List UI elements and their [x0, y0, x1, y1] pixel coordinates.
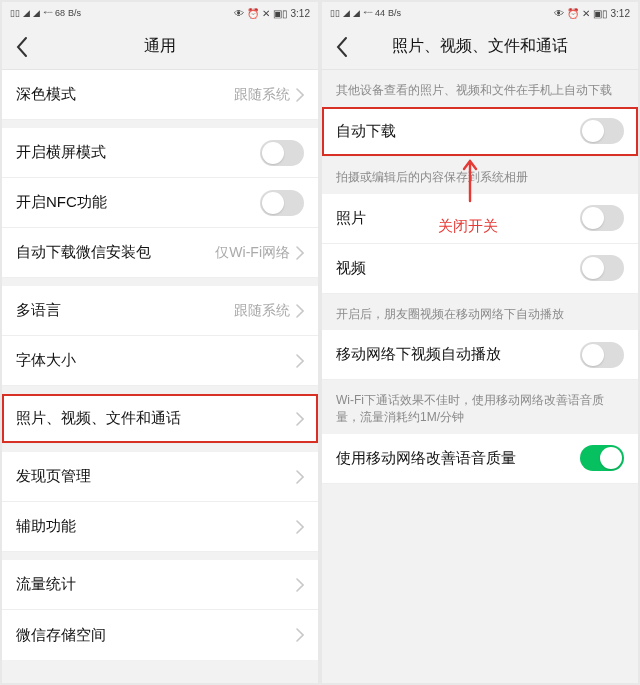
status-right: 👁⏰✕▣▯ 3:12 [234, 8, 310, 19]
row-label: 开启NFC功能 [16, 193, 260, 212]
back-button[interactable] [2, 24, 42, 70]
row-label: 字体大小 [16, 351, 296, 370]
chevron-right-icon [296, 628, 304, 642]
row-label: 辅助功能 [16, 517, 296, 536]
page-title: 通用 [2, 36, 318, 57]
toggle-switch[interactable] [580, 118, 624, 144]
section-header: 拍摄或编辑后的内容保存到系统相册 [322, 157, 638, 194]
settings-row[interactable]: 使用移动网络改善语音质量 [322, 434, 638, 484]
section-header: Wi-Fi下通话效果不佳时，使用移动网络改善语音质量，流量消耗约1M/分钟 [322, 380, 638, 434]
settings-row[interactable]: 发现页管理 [2, 452, 318, 502]
settings-row[interactable]: 自动下载微信安装包仅Wi-Fi网络 [2, 228, 318, 278]
settings-row[interactable]: 流量统计 [2, 560, 318, 610]
toggle-switch[interactable] [580, 205, 624, 231]
toggle-switch[interactable] [260, 190, 304, 216]
settings-row[interactable]: 照片、视频、文件和通话 [2, 394, 318, 444]
nav-bar: 通用 [2, 24, 318, 70]
row-label: 视频 [336, 259, 580, 278]
chevron-right-icon [296, 354, 304, 368]
section-header: 其他设备查看的照片、视频和文件在手机上自动下载 [322, 70, 638, 107]
row-label: 开启横屏模式 [16, 143, 260, 162]
settings-list: 深色模式跟随系统开启横屏模式开启NFC功能自动下载微信安装包仅Wi-Fi网络多语… [2, 70, 318, 683]
row-label: 微信存储空间 [16, 626, 296, 645]
row-label: 照片 [336, 209, 580, 228]
settings-row[interactable]: 视频 [322, 244, 638, 294]
settings-row[interactable]: 辅助功能 [2, 502, 318, 552]
status-left: ▯▯◢◢⬳ 68B/s [10, 8, 81, 18]
chevron-right-icon [296, 470, 304, 484]
chevron-right-icon [296, 246, 304, 260]
section-header: 开启后，朋友圈视频在移动网络下自动播放 [322, 294, 638, 331]
status-left: ▯▯◢◢⬳ 44B/s [330, 8, 401, 18]
settings-row[interactable]: 自动下载 [322, 107, 638, 157]
nav-bar: 照片、视频、文件和通话 [322, 24, 638, 70]
phone-left: ▯▯◢◢⬳ 68B/s 👁⏰✕▣▯ 3:12 通用 深色模式跟随系统开启横屏模式… [2, 2, 318, 683]
row-label: 多语言 [16, 301, 234, 320]
chevron-right-icon [296, 88, 304, 102]
row-label: 移动网络下视频自动播放 [336, 345, 580, 364]
toggle-switch[interactable] [580, 342, 624, 368]
row-label: 自动下载 [336, 122, 580, 141]
settings-row[interactable]: 开启NFC功能 [2, 178, 318, 228]
chevron-right-icon [296, 304, 304, 318]
settings-row[interactable]: 多语言跟随系统 [2, 286, 318, 336]
row-label: 发现页管理 [16, 467, 296, 486]
chevron-right-icon [296, 520, 304, 534]
status-bar: ▯▯◢◢⬳ 68B/s 👁⏰✕▣▯ 3:12 [2, 2, 318, 24]
page-title: 照片、视频、文件和通话 [322, 36, 638, 57]
settings-row[interactable]: 开启横屏模式 [2, 128, 318, 178]
back-button[interactable] [322, 24, 362, 70]
status-bar: ▯▯◢◢⬳ 44B/s 👁⏰✕▣▯ 3:12 [322, 2, 638, 24]
row-value: 跟随系统 [234, 302, 290, 320]
toggle-switch[interactable] [260, 140, 304, 166]
settings-list: 其他设备查看的照片、视频和文件在手机上自动下载自动下载拍摄或编辑后的内容保存到系… [322, 70, 638, 683]
settings-row[interactable]: 字体大小 [2, 336, 318, 386]
chevron-right-icon [296, 578, 304, 592]
settings-row[interactable]: 移动网络下视频自动播放 [322, 330, 638, 380]
settings-row[interactable]: 深色模式跟随系统 [2, 70, 318, 120]
settings-row[interactable]: 照片 [322, 194, 638, 244]
toggle-switch[interactable] [580, 445, 624, 471]
row-label: 深色模式 [16, 85, 234, 104]
toggle-switch[interactable] [580, 255, 624, 281]
row-label: 流量统计 [16, 575, 296, 594]
status-right: 👁⏰✕▣▯ 3:12 [554, 8, 630, 19]
settings-row[interactable]: 微信存储空间 [2, 610, 318, 660]
row-label: 使用移动网络改善语音质量 [336, 449, 580, 468]
chevron-right-icon [296, 412, 304, 426]
row-value: 仅Wi-Fi网络 [215, 244, 290, 262]
row-label: 照片、视频、文件和通话 [16, 409, 296, 428]
phone-right: ▯▯◢◢⬳ 44B/s 👁⏰✕▣▯ 3:12 照片、视频、文件和通话 其他设备查… [322, 2, 638, 683]
row-value: 跟随系统 [234, 86, 290, 104]
row-label: 自动下载微信安装包 [16, 243, 215, 262]
